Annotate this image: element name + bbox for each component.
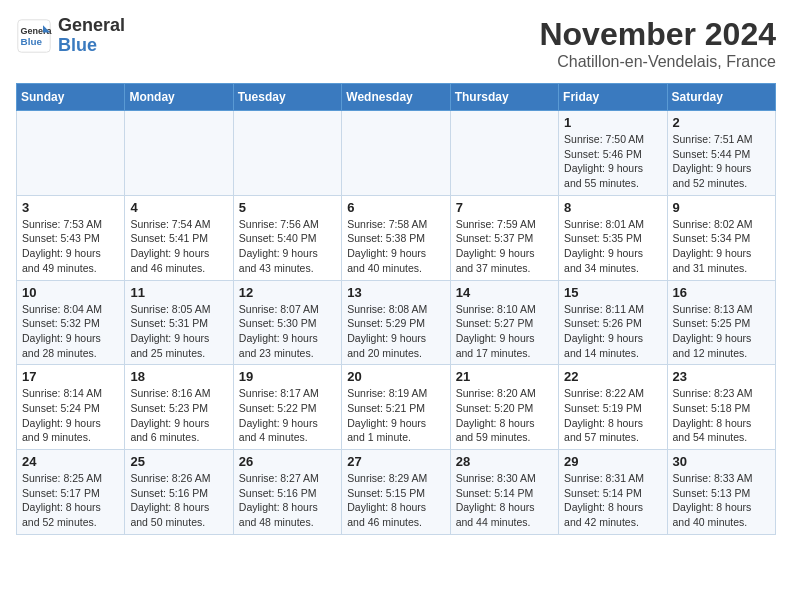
day-info: Sunrise: 8:19 AMSunset: 5:21 PMDaylight:… xyxy=(347,386,444,445)
day-number: 22 xyxy=(564,369,661,384)
calendar-cell: 18 Sunrise: 8:16 AMSunset: 5:23 PMDaylig… xyxy=(125,365,233,450)
calendar-cell: 9 Sunrise: 8:02 AMSunset: 5:34 PMDayligh… xyxy=(667,195,775,280)
weekday-header-sunday: Sunday xyxy=(17,84,125,111)
calendar-cell: 30 Sunrise: 8:33 AMSunset: 5:13 PMDaylig… xyxy=(667,450,775,535)
day-info: Sunrise: 8:33 AMSunset: 5:13 PMDaylight:… xyxy=(673,471,770,530)
calendar-cell: 11 Sunrise: 8:05 AMSunset: 5:31 PMDaylig… xyxy=(125,280,233,365)
day-number: 8 xyxy=(564,200,661,215)
calendar-cell xyxy=(233,111,341,196)
calendar-cell: 4 Sunrise: 7:54 AMSunset: 5:41 PMDayligh… xyxy=(125,195,233,280)
day-number: 21 xyxy=(456,369,553,384)
day-info: Sunrise: 8:30 AMSunset: 5:14 PMDaylight:… xyxy=(456,471,553,530)
day-number: 10 xyxy=(22,285,119,300)
logo-text: General Blue xyxy=(58,16,125,56)
calendar-cell: 2 Sunrise: 7:51 AMSunset: 5:44 PMDayligh… xyxy=(667,111,775,196)
day-number: 19 xyxy=(239,369,336,384)
day-info: Sunrise: 8:02 AMSunset: 5:34 PMDaylight:… xyxy=(673,217,770,276)
day-number: 12 xyxy=(239,285,336,300)
day-info: Sunrise: 8:16 AMSunset: 5:23 PMDaylight:… xyxy=(130,386,227,445)
day-number: 3 xyxy=(22,200,119,215)
calendar-table: SundayMondayTuesdayWednesdayThursdayFrid… xyxy=(16,83,776,535)
day-number: 14 xyxy=(456,285,553,300)
day-info: Sunrise: 7:53 AMSunset: 5:43 PMDaylight:… xyxy=(22,217,119,276)
calendar-cell xyxy=(17,111,125,196)
calendar-cell: 21 Sunrise: 8:20 AMSunset: 5:20 PMDaylig… xyxy=(450,365,558,450)
day-number: 9 xyxy=(673,200,770,215)
day-number: 1 xyxy=(564,115,661,130)
calendar-cell: 29 Sunrise: 8:31 AMSunset: 5:14 PMDaylig… xyxy=(559,450,667,535)
calendar-cell: 26 Sunrise: 8:27 AMSunset: 5:16 PMDaylig… xyxy=(233,450,341,535)
calendar-cell xyxy=(125,111,233,196)
day-number: 25 xyxy=(130,454,227,469)
day-info: Sunrise: 8:26 AMSunset: 5:16 PMDaylight:… xyxy=(130,471,227,530)
day-info: Sunrise: 8:20 AMSunset: 5:20 PMDaylight:… xyxy=(456,386,553,445)
calendar-cell: 22 Sunrise: 8:22 AMSunset: 5:19 PMDaylig… xyxy=(559,365,667,450)
weekday-header-tuesday: Tuesday xyxy=(233,84,341,111)
weekday-header-monday: Monday xyxy=(125,84,233,111)
weekday-header-friday: Friday xyxy=(559,84,667,111)
day-number: 7 xyxy=(456,200,553,215)
weekday-header-saturday: Saturday xyxy=(667,84,775,111)
day-info: Sunrise: 8:25 AMSunset: 5:17 PMDaylight:… xyxy=(22,471,119,530)
calendar-cell: 27 Sunrise: 8:29 AMSunset: 5:15 PMDaylig… xyxy=(342,450,450,535)
calendar-cell: 25 Sunrise: 8:26 AMSunset: 5:16 PMDaylig… xyxy=(125,450,233,535)
day-number: 16 xyxy=(673,285,770,300)
day-number: 28 xyxy=(456,454,553,469)
weekday-header-row: SundayMondayTuesdayWednesdayThursdayFrid… xyxy=(17,84,776,111)
page-header: General Blue General Blue November 2024 … xyxy=(16,16,776,71)
calendar-cell xyxy=(450,111,558,196)
weekday-header-wednesday: Wednesday xyxy=(342,84,450,111)
day-number: 27 xyxy=(347,454,444,469)
day-number: 6 xyxy=(347,200,444,215)
svg-text:Blue: Blue xyxy=(21,36,43,47)
day-number: 17 xyxy=(22,369,119,384)
day-number: 2 xyxy=(673,115,770,130)
day-number: 4 xyxy=(130,200,227,215)
calendar-cell: 28 Sunrise: 8:30 AMSunset: 5:14 PMDaylig… xyxy=(450,450,558,535)
day-info: Sunrise: 8:31 AMSunset: 5:14 PMDaylight:… xyxy=(564,471,661,530)
calendar-cell: 24 Sunrise: 8:25 AMSunset: 5:17 PMDaylig… xyxy=(17,450,125,535)
day-info: Sunrise: 7:58 AMSunset: 5:38 PMDaylight:… xyxy=(347,217,444,276)
calendar-cell: 17 Sunrise: 8:14 AMSunset: 5:24 PMDaylig… xyxy=(17,365,125,450)
day-info: Sunrise: 8:23 AMSunset: 5:18 PMDaylight:… xyxy=(673,386,770,445)
day-info: Sunrise: 8:07 AMSunset: 5:30 PMDaylight:… xyxy=(239,302,336,361)
day-number: 29 xyxy=(564,454,661,469)
calendar-cell: 5 Sunrise: 7:56 AMSunset: 5:40 PMDayligh… xyxy=(233,195,341,280)
day-info: Sunrise: 7:54 AMSunset: 5:41 PMDaylight:… xyxy=(130,217,227,276)
day-info: Sunrise: 8:27 AMSunset: 5:16 PMDaylight:… xyxy=(239,471,336,530)
month-title: November 2024 xyxy=(539,16,776,53)
week-row-1: 3 Sunrise: 7:53 AMSunset: 5:43 PMDayligh… xyxy=(17,195,776,280)
day-info: Sunrise: 8:11 AMSunset: 5:26 PMDaylight:… xyxy=(564,302,661,361)
day-number: 26 xyxy=(239,454,336,469)
calendar-cell: 13 Sunrise: 8:08 AMSunset: 5:29 PMDaylig… xyxy=(342,280,450,365)
day-info: Sunrise: 8:08 AMSunset: 5:29 PMDaylight:… xyxy=(347,302,444,361)
day-info: Sunrise: 8:01 AMSunset: 5:35 PMDaylight:… xyxy=(564,217,661,276)
week-row-0: 1 Sunrise: 7:50 AMSunset: 5:46 PMDayligh… xyxy=(17,111,776,196)
calendar-cell: 10 Sunrise: 8:04 AMSunset: 5:32 PMDaylig… xyxy=(17,280,125,365)
day-info: Sunrise: 7:56 AMSunset: 5:40 PMDaylight:… xyxy=(239,217,336,276)
day-info: Sunrise: 8:14 AMSunset: 5:24 PMDaylight:… xyxy=(22,386,119,445)
week-row-2: 10 Sunrise: 8:04 AMSunset: 5:32 PMDaylig… xyxy=(17,280,776,365)
weekday-header-thursday: Thursday xyxy=(450,84,558,111)
location-title: Chatillon-en-Vendelais, France xyxy=(539,53,776,71)
day-info: Sunrise: 8:13 AMSunset: 5:25 PMDaylight:… xyxy=(673,302,770,361)
calendar-cell: 7 Sunrise: 7:59 AMSunset: 5:37 PMDayligh… xyxy=(450,195,558,280)
day-number: 15 xyxy=(564,285,661,300)
day-info: Sunrise: 8:29 AMSunset: 5:15 PMDaylight:… xyxy=(347,471,444,530)
calendar-cell: 19 Sunrise: 8:17 AMSunset: 5:22 PMDaylig… xyxy=(233,365,341,450)
calendar-cell: 16 Sunrise: 8:13 AMSunset: 5:25 PMDaylig… xyxy=(667,280,775,365)
calendar-cell: 23 Sunrise: 8:23 AMSunset: 5:18 PMDaylig… xyxy=(667,365,775,450)
calendar-cell: 15 Sunrise: 8:11 AMSunset: 5:26 PMDaylig… xyxy=(559,280,667,365)
calendar-cell xyxy=(342,111,450,196)
week-row-3: 17 Sunrise: 8:14 AMSunset: 5:24 PMDaylig… xyxy=(17,365,776,450)
calendar-cell: 12 Sunrise: 8:07 AMSunset: 5:30 PMDaylig… xyxy=(233,280,341,365)
calendar-cell: 3 Sunrise: 7:53 AMSunset: 5:43 PMDayligh… xyxy=(17,195,125,280)
day-info: Sunrise: 7:59 AMSunset: 5:37 PMDaylight:… xyxy=(456,217,553,276)
day-info: Sunrise: 7:51 AMSunset: 5:44 PMDaylight:… xyxy=(673,132,770,191)
week-row-4: 24 Sunrise: 8:25 AMSunset: 5:17 PMDaylig… xyxy=(17,450,776,535)
day-info: Sunrise: 8:10 AMSunset: 5:27 PMDaylight:… xyxy=(456,302,553,361)
calendar-cell: 14 Sunrise: 8:10 AMSunset: 5:27 PMDaylig… xyxy=(450,280,558,365)
day-number: 13 xyxy=(347,285,444,300)
calendar-body: 1 Sunrise: 7:50 AMSunset: 5:46 PMDayligh… xyxy=(17,111,776,535)
day-info: Sunrise: 7:50 AMSunset: 5:46 PMDaylight:… xyxy=(564,132,661,191)
